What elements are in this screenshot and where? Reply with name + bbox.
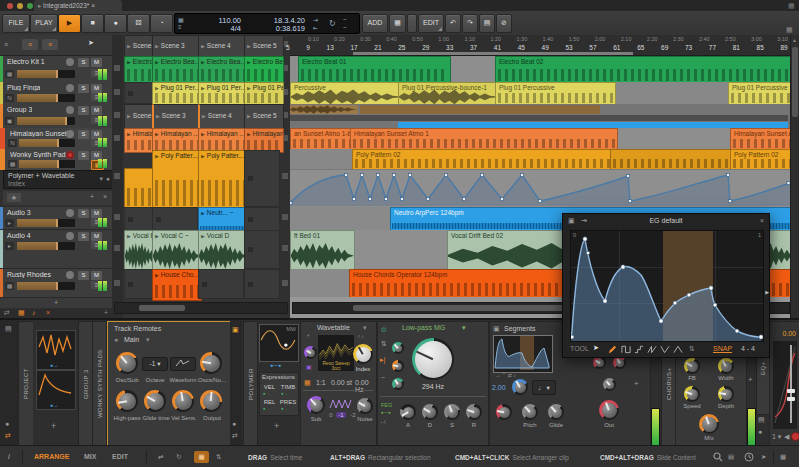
layout-toggle-2-icon[interactable]: ≡ — [42, 39, 58, 50]
clip-play-icon[interactable]: ▶ — [247, 59, 251, 65]
info-icon[interactable]: i — [8, 452, 10, 461]
track-name[interactable]: Electro Kit 1 — [7, 58, 45, 65]
launcher-clip[interactable]: ▶Electro Bea... — [152, 56, 202, 84]
close-icon[interactable]: × — [103, 193, 107, 200]
volume-fader[interactable] — [17, 117, 75, 125]
io-icon[interactable]: ⇄ — [5, 432, 11, 439]
groove-icon[interactable]: ▦ — [178, 16, 184, 23]
launcher-clip[interactable]: ▶House Cho... — [152, 269, 202, 301]
launcher-clip[interactable]: ▶Poly Patter... — [198, 150, 248, 209]
noise-knob[interactable] — [357, 398, 373, 414]
tracklist-menu-icon[interactable]: ≡ — [4, 41, 8, 48]
power-icon[interactable]: ⊙ — [381, 326, 387, 333]
chevron-down-icon[interactable]: ▾ — [363, 324, 367, 332]
empty-clip-slot[interactable] — [244, 230, 280, 269]
pan-knob[interactable] — [603, 378, 616, 391]
folder-icon[interactable]: ▣ — [493, 325, 500, 332]
empty-clip-slot[interactable] — [198, 269, 244, 299]
clip-play-icon[interactable]: ▶ — [247, 131, 251, 137]
arranger-clip[interactable]: Poly Pattern 02 — [352, 149, 616, 171]
expression-item[interactable]: REL — [261, 399, 278, 405]
clip-stop-button[interactable] — [114, 135, 120, 141]
scene-play-icon[interactable]: ▶ — [247, 113, 251, 119]
pitch-knob[interactable] — [522, 404, 538, 420]
glide-knob[interactable] — [548, 404, 564, 420]
sub-octave-0[interactable]: 0 — [327, 412, 335, 418]
clip-play-icon[interactable]: ▶ — [127, 59, 131, 65]
volume-fader[interactable] — [17, 94, 75, 102]
device-io-icon[interactable]: ⇄ — [232, 432, 238, 439]
wavetable-section[interactable]: Wavetable▾ ⇡ ▣ Reso Sweep 3oct ≀ ♪ Index… — [300, 321, 377, 446]
automation-lane[interactable] — [290, 169, 790, 208]
minimize-window-button[interactable] — [17, 3, 23, 9]
track-row[interactable]: Group 3 S M ▣ ≡ — [0, 104, 112, 129]
width-knob[interactable] — [718, 358, 734, 374]
automation-follow-icon[interactable]: ⚄ — [127, 14, 150, 33]
scene-header[interactable]: ▶Scene 3 — [152, 35, 202, 58]
group-device-tab[interactable]: GROUP 3 — [78, 321, 93, 447]
expression-item[interactable]: VEL — [261, 384, 278, 390]
launcher-clip[interactable]: ▶Electro Bea... — [198, 56, 248, 84]
follow-icon[interactable]: ⇄ — [158, 453, 163, 461]
track-row[interactable]: Himalayan Sunset S M N ≡ — [0, 128, 112, 150]
track-name[interactable]: Himalayan Sunset — [10, 130, 67, 137]
add-param-icon[interactable]: + — [90, 193, 94, 200]
launcher-clip[interactable]: ▶Vocal C ~ — [152, 230, 202, 271]
clip-play-icon[interactable]: ▶ — [155, 131, 159, 137]
scene-play-icon[interactable]: ▶ — [247, 43, 251, 49]
osc-sub-knob[interactable] — [116, 352, 138, 374]
arranger-clip[interactable] — [610, 149, 736, 171]
clip-play-icon[interactable]: ▶ — [201, 85, 205, 91]
filter-small-knob[interactable] — [392, 342, 404, 354]
eq-slider-handle[interactable] — [787, 397, 795, 401]
expressions-panel[interactable]: Expressions VEL TIMB REL PRES ●→ ●→ ●→ ●… — [259, 372, 299, 416]
add-track-row-button[interactable]: + — [0, 298, 112, 308]
project-tab-close-icon[interactable]: × — [91, 2, 95, 9]
volume-fader[interactable] — [17, 219, 75, 227]
view-mix[interactable]: MIX — [84, 453, 96, 460]
project-tab[interactable]: PROJECT — [18, 321, 34, 447]
undo-icon[interactable]: ↶ — [445, 14, 461, 33]
track-name[interactable]: Plug Finga — [7, 84, 40, 91]
decay-knob[interactable] — [422, 404, 438, 420]
arm-button[interactable] — [66, 271, 74, 279]
attack-knob[interactable] — [400, 404, 416, 420]
touch-icon[interactable]: ➤ — [761, 453, 766, 461]
empty-clip-slot[interactable] — [124, 269, 153, 299]
duplicate-icon[interactable]: ▤ — [479, 14, 495, 33]
arranger-clip[interactable]: Plug 01 Percussive — [495, 82, 616, 106]
snap-icon[interactable]: ↻ — [176, 453, 181, 461]
track-row[interactable]: Wonky Synth Pads S M ▦ ▦ — [0, 149, 112, 171]
launcher-clip[interactable]: ▶Vocal D — [198, 230, 248, 271]
arm-button[interactable] — [66, 232, 74, 240]
output-knob[interactable] — [200, 390, 222, 412]
clip-play-icon[interactable]: ▶ — [127, 233, 131, 239]
scene-play-icon[interactable]: ▶ — [127, 113, 131, 119]
solo-button[interactable]: S — [78, 232, 89, 241]
filter-type-icon[interactable]: ▸| — [380, 356, 385, 363]
sub-wave-icons[interactable] — [329, 398, 353, 410]
cutoff-value[interactable]: 294 Hz — [412, 383, 454, 390]
clip-play-icon[interactable]: ▶ — [155, 153, 159, 159]
view-arrange[interactable]: ARRANGE — [34, 453, 69, 460]
eq-preset-icon[interactable]: ▤ — [758, 416, 765, 423]
eg-editor-popup[interactable]: ▣ ⇥ EG default × 0 1 ▶ TOOL ➤ — [562, 213, 770, 358]
redo-icon[interactable]: ↷ — [462, 14, 478, 33]
clip-stop-button[interactable] — [114, 89, 120, 95]
launcher-clip[interactable]: ▶Plug 01 Per... — [198, 82, 248, 106]
octave-dropdown[interactable]: -1 ▾ — [142, 357, 168, 371]
keyboard-icon[interactable]: ▦ — [304, 379, 311, 386]
marker-icon[interactable]: ▶ — [765, 289, 769, 295]
remotes-page[interactable]: Main — [124, 336, 139, 343]
track-row[interactable]: Audio 4 S M ▸ ≡ — [0, 230, 112, 269]
project-device-thumb[interactable]: ●→ — [36, 330, 76, 370]
polymer-tab[interactable]: POLYMER — [243, 321, 258, 447]
group-track-lane[interactable] — [290, 104, 790, 128]
expression-item[interactable]: TIMB — [279, 384, 297, 390]
segments-rate-knob[interactable] — [512, 379, 528, 395]
scene-play-icon[interactable]: ▶ — [127, 43, 131, 49]
add-device-icon[interactable]: + — [748, 376, 753, 384]
piano-icon[interactable]: ▦ — [780, 453, 786, 461]
arm-button[interactable] — [66, 58, 74, 66]
launcher-clip[interactable]: ▶Plug 01 Per... — [244, 82, 284, 106]
